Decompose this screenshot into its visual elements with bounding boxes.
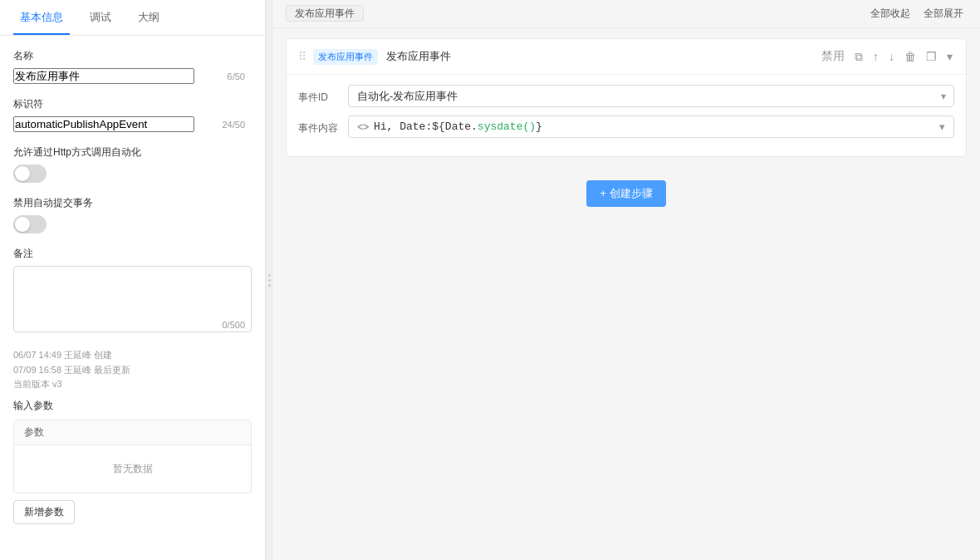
event-content-value-wrapper: <> Hi, Date:${Date.sysdate()} ▾ (348, 115, 954, 138)
right-panel: 发布应用事件 全部收起 全部展开 ⠿ 发布应用事件 发布应用事件 禁用 ⧉ ↑ … (272, 0, 980, 560)
params-header: 参数 (14, 420, 251, 445)
step-card-body: 事件ID 自动化-发布应用事件 事件内容 <> Hi, Dat (287, 75, 966, 156)
sysdate-func: sysdate() (478, 120, 536, 133)
expand-step-icon[interactable]: ▾ (945, 48, 954, 65)
note-label: 备注 (13, 247, 252, 261)
step-actions: 禁用 ⧉ ↑ ↓ 🗑 ❐ ▾ (820, 47, 954, 66)
copy-icon[interactable]: ⧉ (853, 48, 865, 66)
meta-info: 06/07 14:49 王延峰 创建 07/09 16:58 王延峰 最后更新 … (13, 348, 252, 392)
input-params-section: 输入参数 参数 暂无数据 新增参数 (13, 399, 252, 524)
code-expand-icon[interactable]: ▾ (939, 120, 945, 133)
event-id-value-wrapper: 自动化-发布应用事件 (348, 85, 954, 107)
http-section: 允许通过Http方式调用自动化 (13, 145, 252, 183)
resizer-handle (268, 274, 271, 287)
left-panel: 基本信息 调试 大纲 名称 6/50 标识符 24/50 允许通过Http方式调… (0, 0, 266, 560)
panel-resizer[interactable] (266, 0, 272, 560)
resizer-dot-1 (268, 274, 271, 277)
tab-basic[interactable]: 基本信息 (13, 0, 70, 35)
http-toggle[interactable] (13, 165, 47, 183)
step-tag: 发布应用事件 (313, 49, 378, 65)
right-header: 全部收起 全部展开 (272, 0, 980, 28)
event-content-code-wrapper[interactable]: <> Hi, Date:${Date.sysdate()} ▾ (348, 115, 954, 138)
duplicate-icon[interactable]: ❐ (924, 48, 938, 65)
id-counter: 24/50 (222, 120, 245, 130)
meta-version: 当前版本 v3 (13, 377, 252, 392)
tabs-bar: 基本信息 调试 大纲 (0, 0, 265, 36)
left-content: 名称 6/50 标识符 24/50 允许通过Http方式调用自动化 禁用自动提交… (0, 36, 265, 560)
disable-button[interactable]: 禁用 (820, 47, 846, 66)
event-id-select-wrapper: 自动化-发布应用事件 (348, 85, 954, 107)
move-up-icon[interactable]: ↑ (871, 48, 880, 65)
auto-commit-toggle[interactable] (13, 215, 47, 233)
resizer-dot-3 (268, 284, 271, 287)
breadcrumb-tag: 发布应用事件 (286, 5, 364, 22)
event-id-select[interactable]: 自动化-发布应用事件 (348, 85, 954, 107)
meta-updated: 07/09 16:58 王延峰 最后更新 (13, 363, 252, 378)
delete-icon[interactable]: 🗑 (903, 48, 918, 65)
event-content-code: Hi, Date:${Date.sysdate()} (374, 120, 542, 133)
meta-created: 06/07 14:49 王延峰 创建 (13, 348, 252, 363)
step-card: ⠿ 发布应用事件 发布应用事件 禁用 ⧉ ↑ ↓ 🗑 ❐ ▾ 事件ID 自 (286, 38, 967, 157)
id-input-wrapper: 24/50 (13, 116, 252, 132)
header-actions: 全部收起 全部展开 (867, 5, 967, 22)
params-empty: 暂无数据 (14, 445, 251, 493)
add-param-button[interactable]: 新增参数 (13, 500, 75, 524)
tab-debug[interactable]: 调试 (83, 0, 118, 35)
resizer-dot-2 (268, 279, 271, 282)
expand-all-button[interactable]: 全部展开 (920, 5, 967, 22)
params-table: 参数 暂无数据 (13, 420, 252, 494)
name-counter: 6/50 (228, 71, 245, 81)
tab-outline[interactable]: 大纲 (131, 0, 166, 35)
note-textarea-wrapper: 0/500 (13, 266, 252, 335)
step-card-header: ⠿ 发布应用事件 发布应用事件 禁用 ⧉ ↑ ↓ 🗑 ❐ ▾ (287, 39, 966, 75)
move-down-icon[interactable]: ↓ (887, 48, 896, 65)
code-icon: <> (357, 121, 369, 133)
breadcrumb-area: 发布应用事件 (286, 7, 364, 21)
event-content-label: 事件内容 (298, 115, 348, 135)
event-content-row: 事件内容 <> Hi, Date:${Date.sysdate()} ▾ (298, 115, 954, 138)
note-textarea[interactable] (13, 266, 252, 332)
http-label: 允许通过Http方式调用自动化 (13, 145, 252, 160)
name-label: 名称 (13, 49, 252, 63)
note-counter: 0/500 (222, 320, 245, 330)
name-input[interactable] (13, 68, 194, 84)
input-params-title: 输入参数 (13, 399, 252, 413)
collapse-all-button[interactable]: 全部收起 (867, 5, 914, 22)
auto-commit-label: 禁用自动提交事务 (13, 196, 252, 210)
id-label: 标识符 (13, 97, 252, 111)
name-input-wrapper: 6/50 (13, 68, 252, 84)
id-section: 标识符 24/50 (13, 97, 252, 132)
drag-handle-icon[interactable]: ⠿ (298, 50, 306, 63)
event-id-label: 事件ID (298, 85, 348, 105)
name-section: 名称 6/50 (13, 49, 252, 84)
auto-commit-section: 禁用自动提交事务 (13, 196, 252, 233)
id-input[interactable] (13, 116, 194, 132)
event-id-row: 事件ID 自动化-发布应用事件 (298, 85, 954, 107)
note-section: 备注 0/500 (13, 247, 252, 335)
create-step-button[interactable]: + 创建步骤 (586, 180, 665, 207)
step-title: 发布应用事件 (386, 49, 820, 64)
